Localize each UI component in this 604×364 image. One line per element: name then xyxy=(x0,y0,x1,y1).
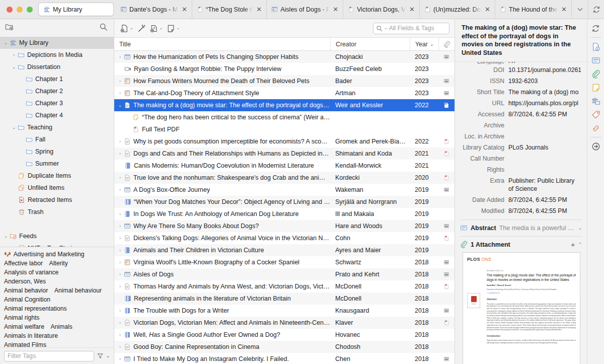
field-row[interactable]: Archive xyxy=(455,120,587,131)
table-row[interactable]: › Animals and Their Children in Victoria… xyxy=(114,244,455,256)
sidenav-related-button[interactable] xyxy=(589,121,603,135)
close-icon[interactable]: ✕ xyxy=(181,6,188,13)
sidenav-attachments-button[interactable] xyxy=(589,67,603,81)
field-value[interactable]: https://journals.plos.org/pl … xyxy=(508,99,581,107)
sidebar-item-fall[interactable]: Fall xyxy=(0,133,114,145)
table-row[interactable]: “The dog hero has been critical to the s… xyxy=(114,111,455,123)
attachments-section-header[interactable]: 1 Attachment + ⌃ xyxy=(455,239,587,250)
search-input[interactable]: ⌄ All Fields & Tags xyxy=(373,23,449,34)
sidenav-libraries-collections-button[interactable] xyxy=(589,94,603,108)
cell-attachment[interactable] xyxy=(438,356,455,362)
field-row[interactable]: DOI 10.1371/journal.pone.0261 … xyxy=(455,64,587,76)
twisty-icon[interactable]: › xyxy=(116,224,124,229)
table-row[interactable]: › Why is pet goods consumption impercept… xyxy=(114,135,455,148)
tab-item[interactable]: (Un)muzzled: Dogs ✕ xyxy=(420,0,495,19)
twisty-icon[interactable]: › xyxy=(116,333,124,337)
field-value[interactable]: The making of a (dog) mo … xyxy=(508,88,581,96)
search-icon[interactable] xyxy=(376,25,383,32)
tag[interactable]: 🐶 Advertising and Marketing xyxy=(4,250,85,259)
tab-item[interactable]: Aisles of Dogs - Pra ✕ xyxy=(267,0,343,19)
tag[interactable]: Animal welfare xyxy=(4,322,44,331)
sidebar-item-chapter-3[interactable]: Chapter 3 xyxy=(0,97,114,109)
field-row[interactable]: Short Title The making of a (dog) mo … xyxy=(455,87,587,98)
table-row[interactable]: › True love and the nonhuman: Shakespear… xyxy=(114,172,455,184)
sidebar-item-summer[interactable]: Summer xyxy=(0,158,114,170)
field-value[interactable] xyxy=(508,132,581,140)
twisty-icon[interactable]: › xyxy=(116,248,124,253)
field-row[interactable]: Library Catalog PLoS Journals xyxy=(455,142,587,153)
sidebar-item-trash[interactable]: Trash xyxy=(0,206,114,218)
close-icon[interactable]: ✕ xyxy=(255,6,263,13)
twisty-icon[interactable]: › xyxy=(116,321,124,325)
chevron-down-icon[interactable]: ⌄ xyxy=(130,26,133,30)
column-header-creator[interactable]: Creator xyxy=(330,38,410,50)
table-row[interactable]: › Aisles of Dogs Prato and Kehrt 2018 xyxy=(114,268,455,280)
field-value[interactable]: en xyxy=(508,62,581,63)
sidebar-item-chapter-2[interactable]: Chapter 2 xyxy=(0,85,114,97)
new-collection-icon[interactable] xyxy=(5,23,14,31)
cell-attachment[interactable] xyxy=(438,223,455,229)
twisty-icon[interactable]: ⌄ xyxy=(2,234,10,239)
field-row[interactable]: URL https://journals.plos.org/pl … xyxy=(455,98,587,109)
table-row[interactable]: Canis Modernis: Human/Dog Coevolution in… xyxy=(114,160,455,172)
add-attachment-button[interactable]: + xyxy=(571,241,575,248)
field-value[interactable]: 8/7/2024, 6:42:55 PM xyxy=(508,110,581,118)
field-value[interactable] xyxy=(508,121,581,129)
abstract-section-header[interactable]: Abstract The media is a powerful forc… ⌄ xyxy=(455,223,587,233)
field-value[interactable] xyxy=(508,166,581,174)
cell-attachment[interactable] xyxy=(438,78,455,84)
twisty-icon[interactable]: › xyxy=(116,55,124,59)
table-row[interactable]: › Good Boy: Canine Representation in Cin… xyxy=(114,341,455,353)
twisty-icon[interactable]: › xyxy=(116,188,124,192)
table-row[interactable]: Full Text PDF xyxy=(114,123,455,135)
add-attachment-button[interactable]: ⌄ xyxy=(148,22,165,34)
tag[interactable]: Animal behaviour xyxy=(54,286,102,295)
field-row[interactable]: Rights xyxy=(455,164,587,175)
tag[interactable]: Animal Cognition xyxy=(4,295,50,304)
sidebar-item-nyt-top-stories[interactable]: NYT > Top Stories xyxy=(0,242,114,247)
field-row[interactable]: Modified 8/7/2024, 6:42:55 PM xyxy=(455,205,587,216)
cell-attachment[interactable] xyxy=(438,54,455,60)
twisty-icon[interactable]: › xyxy=(116,357,124,361)
tab-item[interactable]: Dante's Dogs - Man ✕ xyxy=(116,0,192,19)
sync-button[interactable] xyxy=(588,0,604,19)
twisty-icon[interactable]: › xyxy=(116,139,124,144)
twisty-icon[interactable]: ⌄ xyxy=(116,103,124,108)
twisty-icon[interactable]: › xyxy=(116,272,124,277)
table-row[interactable]: › Dickens's Talking Dogs: Allegories of … xyxy=(114,232,455,244)
tab-my-library[interactable]: My Library xyxy=(38,3,114,16)
field-row[interactable]: Loc. in Archive xyxy=(455,131,587,142)
table-row[interactable]: › Dogs and Cats and Their Relationships … xyxy=(114,148,455,160)
tab-item[interactable]: The Hound of the Ba ✕ xyxy=(495,0,572,19)
tag[interactable]: Alterity xyxy=(49,259,68,268)
cell-attachment[interactable] xyxy=(438,187,455,193)
table-row[interactable]: “When Your Dog Matches Your Decor”: Obje… xyxy=(114,196,455,208)
cell-attachment[interactable] xyxy=(438,151,455,157)
field-value[interactable]: 1932-6203 xyxy=(508,77,581,85)
chevron-down-icon[interactable]: ⌄ xyxy=(578,225,582,231)
close-icon[interactable]: ✕ xyxy=(560,6,568,13)
field-value[interactable]: Publisher: Public Library of Science xyxy=(508,177,581,193)
tab-item[interactable]: Victorian Dogs, Vict ✕ xyxy=(343,0,420,19)
cell-attachment[interactable] xyxy=(438,271,455,277)
chevron-down-icon[interactable]: ⌄ xyxy=(106,353,110,358)
close-icon[interactable]: ✕ xyxy=(408,6,416,13)
cell-attachment[interactable] xyxy=(438,283,455,289)
twisty-icon[interactable]: › xyxy=(116,345,124,349)
tag[interactable]: Affective labor xyxy=(4,259,43,268)
cell-attachment[interactable] xyxy=(438,308,455,314)
cell-attachment[interactable] xyxy=(438,320,455,326)
minimize-window-button[interactable] xyxy=(17,7,23,13)
tag[interactable]: Animal representations xyxy=(4,304,67,313)
tag[interactable]: Animal behavior xyxy=(4,286,48,295)
field-value[interactable]: 8/7/2024, 6:42:55 PM xyxy=(508,196,581,204)
sidebar-item-chapter-1[interactable]: Chapter 1 xyxy=(0,73,114,85)
twisty-icon[interactable]: ⌄ xyxy=(10,125,18,130)
add-by-identifier-button[interactable] xyxy=(136,22,147,34)
sidenav-info-button[interactable] xyxy=(589,40,603,53)
table-row[interactable]: › In Dogs We Trust: An Anthology of Amer… xyxy=(114,208,455,220)
close-window-button[interactable] xyxy=(7,7,13,13)
twisty-icon[interactable]: › xyxy=(116,79,124,84)
field-row[interactable]: Date Added 8/7/2024, 6:42:55 PM xyxy=(455,194,587,205)
twisty-icon[interactable]: › xyxy=(10,53,18,57)
